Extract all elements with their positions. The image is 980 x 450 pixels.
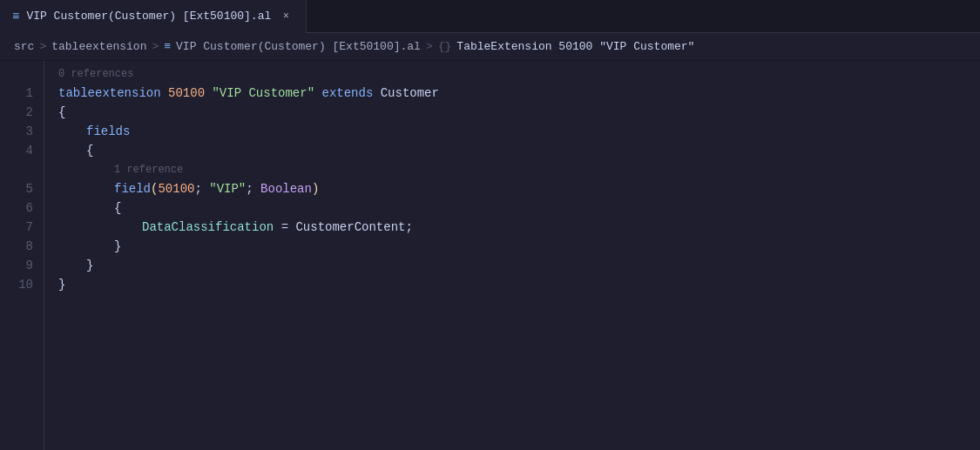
line-num-5: 5 — [10, 179, 33, 198]
references-0: 0 references — [58, 64, 980, 84]
line-num-2: 2 — [10, 103, 33, 122]
breadcrumb-file-icon: ≡ — [164, 40, 171, 53]
code-line-1: tableextension 50100 "VIP Customer" exte… — [58, 84, 980, 103]
line-num-6: 6 — [10, 198, 33, 218]
tab-close-button[interactable]: × — [278, 9, 294, 24]
code-line-7: DataClassification = CustomerContent; — [58, 218, 980, 237]
code-line-2: { — [58, 103, 980, 122]
editor-tab[interactable]: ≡ VIP Customer(Customer) [Ext50100].al × — [0, 0, 307, 33]
line-num-8: 8 — [10, 237, 33, 256]
code-line-8: } — [58, 237, 980, 256]
breadcrumb-sep-1: > — [39, 40, 46, 53]
file-icon: ≡ — [12, 10, 19, 24]
line-num-10: 10 — [10, 275, 33, 294]
editor: 0 1 2 3 4 0 5 6 7 8 9 10 0 references ta… — [0, 61, 980, 450]
code-area[interactable]: 0 references tableextension 50100 "VIP C… — [44, 61, 980, 450]
line-num-9: 9 — [10, 256, 33, 275]
references-1: 1 reference — [58, 160, 980, 179]
code-line-4: { — [58, 141, 980, 160]
code-line-5: field(50100; "VIP"; Boolean) — [58, 179, 980, 198]
breadcrumb-sep-2: > — [152, 40, 159, 53]
line-num-4: 4 — [10, 141, 33, 160]
code-line-10: } — [58, 275, 980, 294]
breadcrumb-src[interactable]: src — [14, 40, 34, 53]
breadcrumb-file[interactable]: VIP Customer(Customer) [Ext50100].al — [176, 40, 421, 53]
breadcrumb-sep-3: > — [426, 40, 433, 53]
line-num-7: 7 — [10, 218, 33, 237]
line-num-1: 1 — [10, 84, 33, 103]
breadcrumb: src > tableextension > ≡ VIP Customer(Cu… — [0, 33, 980, 61]
line-numbers: 0 1 2 3 4 0 5 6 7 8 9 10 — [0, 61, 44, 450]
code-line-9: } — [58, 256, 980, 275]
code-line-3: fields — [58, 122, 980, 141]
breadcrumb-braces: {} — [438, 40, 452, 53]
line-num-3: 3 — [10, 122, 33, 141]
tab-label: VIP Customer(Customer) [Ext50100].al — [26, 10, 271, 23]
code-line-6: { — [58, 198, 980, 218]
breadcrumb-tableextension[interactable]: tableextension — [51, 40, 146, 53]
title-bar: ≡ VIP Customer(Customer) [Ext50100].al × — [0, 0, 980, 33]
breadcrumb-object[interactable]: TableExtension 50100 "VIP Customer" — [456, 40, 694, 53]
